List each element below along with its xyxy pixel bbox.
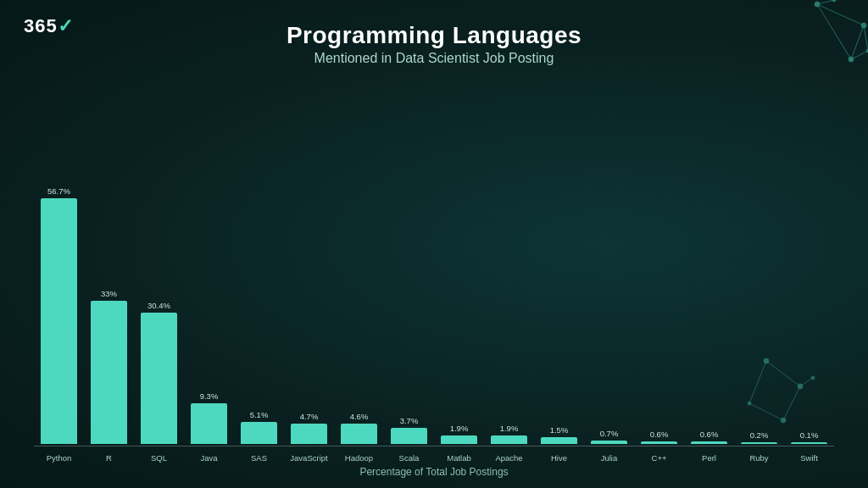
bar-group-r: 33%: [84, 78, 134, 444]
bar-value-scala: 3.7%: [400, 416, 419, 425]
chart-container: 56.7%33%30.4%9.3%5.1%4.7%4.6%3.7%1.9%1.9…: [25, 69, 843, 480]
bar-value-apache: 1.9%: [500, 424, 519, 433]
logo-check: ✓: [58, 15, 74, 36]
bar-label-sql: SQL: [134, 453, 184, 463]
bar-group-apache: 1.9%: [484, 78, 534, 444]
bar-swift: [791, 442, 826, 444]
bar-group-julia: 0.7%: [584, 78, 634, 444]
bars-area: 56.7%33%30.4%9.3%5.1%4.7%4.6%3.7%1.9%1.9…: [34, 69, 834, 446]
bar-java: [191, 403, 226, 444]
bar-label-hive: Hive: [534, 453, 584, 463]
bar-group-hive: 1.5%: [534, 78, 584, 444]
bar-value-java: 9.3%: [200, 391, 219, 401]
baseline: [34, 446, 834, 446]
bar-label-julia: Julia: [584, 453, 634, 463]
bar-value-julia: 0.7%: [600, 429, 619, 438]
bar-c++: [641, 441, 676, 444]
bar-julia: [591, 441, 626, 444]
bar-label-scala: Scala: [384, 453, 434, 463]
bar-value-hive: 1.5%: [550, 425, 569, 435]
bar-sas: [241, 422, 276, 444]
bar-value-sql: 30.4%: [147, 301, 170, 310]
bar-value-python: 56.7%: [47, 186, 70, 196]
bar-label-sas: SAS: [234, 453, 284, 463]
title-area: Programming Languages Mentioned in Data …: [287, 22, 581, 66]
bar-group-matlab: 1.9%: [434, 78, 484, 444]
bar-group-ruby: 0.2%: [734, 78, 784, 444]
bar-label-ruby: Ruby: [734, 453, 784, 463]
bar-value-javascript: 4.7%: [300, 412, 319, 421]
bar-value-swift: 0.1%: [800, 430, 819, 440]
bar-value-sas: 5.1%: [250, 410, 269, 419]
bar-hadoop: [341, 424, 376, 444]
bar-group-sql: 30.4%: [134, 78, 184, 444]
bar-apache: [491, 435, 526, 444]
bar-python: [41, 198, 76, 444]
bar-label-matlab: Matlab: [434, 453, 484, 463]
bar-ruby: [741, 442, 776, 444]
bar-scala: [391, 428, 426, 444]
bar-group-hadoop: 4.6%: [334, 78, 384, 444]
bar-group-perl: 0.6%: [684, 78, 734, 444]
bar-label-r: R: [84, 453, 134, 463]
labels-area: PythonRSQLJavaSASJavaScriptHadoopScalaMa…: [34, 450, 834, 463]
bar-javascript: [291, 424, 326, 444]
bar-group-javascript: 4.7%: [284, 78, 334, 444]
bar-sql: [141, 313, 176, 444]
bar-group-sas: 5.1%: [234, 78, 284, 444]
bar-hive: [541, 437, 576, 444]
bar-label-perl: Perl: [684, 453, 734, 463]
bar-value-r: 33%: [101, 289, 117, 298]
chart-subtitle: Mentioned in Data Scientist Job Posting: [287, 51, 581, 66]
bar-value-matlab: 1.9%: [450, 424, 469, 433]
logo: 365✓: [24, 15, 74, 37]
bar-label-python: Python: [34, 453, 84, 463]
bar-matlab: [441, 435, 476, 444]
bar-value-c++: 0.6%: [650, 430, 669, 439]
bar-group-python: 56.7%: [34, 78, 84, 444]
bar-label-swift: Swift: [784, 453, 834, 463]
bar-value-perl: 0.6%: [700, 430, 719, 439]
main-content: Programming Languages Mentioned in Data …: [0, 0, 868, 488]
bar-value-hadoop: 4.6%: [350, 412, 369, 421]
bar-value-ruby: 0.2%: [750, 430, 769, 440]
bar-label-hadoop: Hadoop: [334, 453, 384, 463]
bar-perl: [691, 441, 726, 444]
bar-group-swift: 0.1%: [784, 78, 834, 444]
bar-group-java: 9.3%: [184, 78, 234, 444]
bar-group-c++: 0.6%: [634, 78, 684, 444]
bar-r: [91, 301, 126, 444]
bar-group-scala: 3.7%: [384, 78, 434, 444]
x-axis-label: Percentage of Total Job Postings: [34, 463, 834, 480]
bar-label-javascript: JavaScript: [284, 453, 334, 463]
bar-label-java: Java: [184, 453, 234, 463]
bar-label-c++: C++: [634, 453, 684, 463]
chart-title: Programming Languages: [287, 22, 581, 49]
bar-label-apache: Apache: [484, 453, 534, 463]
